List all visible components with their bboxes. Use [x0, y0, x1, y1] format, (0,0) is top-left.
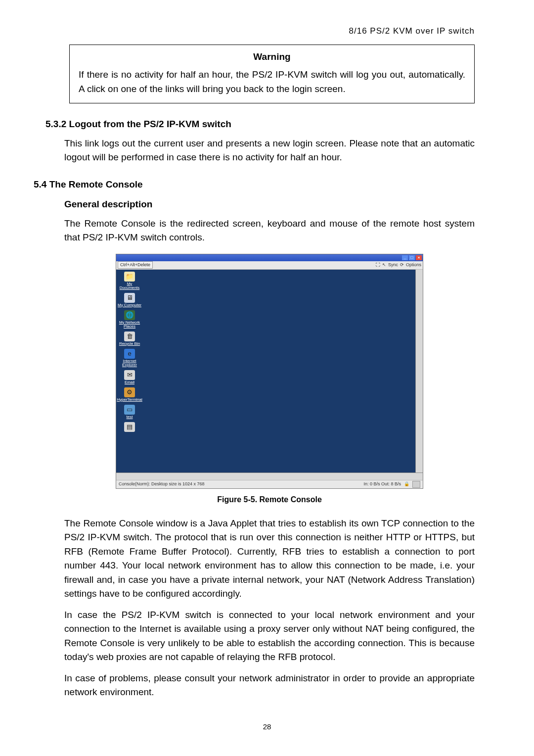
cursor-icon[interactable]: ↖ [382, 262, 386, 269]
desktop-icon-label: My Network Places [117, 321, 142, 329]
figure-caption: Figure 5-5. Remote Console [64, 494, 475, 506]
horizontal-scrollbar[interactable] [116, 472, 423, 480]
subheading-general: General description [64, 197, 475, 212]
vertical-scrollbar[interactable] [415, 270, 423, 472]
status-left: Console(Norm): Desktop size is 1024 x 76… [119, 481, 205, 488]
desktop-icon-label: Email [125, 380, 134, 384]
warning-box: Warning If there is no activity for half… [69, 45, 475, 104]
desktop-icon-label: Recycle Bin [119, 342, 140, 346]
desktop-icon[interactable]: 📁My Documents [117, 272, 142, 290]
figure-remote-console: _ □ × Ctrl+Alt+Delete ⛶ ↖ Sync ⟳ Options… [64, 254, 475, 489]
app-icon: e [124, 349, 135, 359]
minimize-icon[interactable]: _ [402, 255, 408, 260]
app-icon: 🖥 [124, 293, 135, 303]
heading-5-4: 5.4 The Remote Console [34, 178, 475, 192]
para-logout: This link logs out the current user and … [64, 137, 475, 165]
header-product: 8/16 PS/2 KVM over IP switch [59, 25, 475, 38]
desktop-icon[interactable]: 🗑Recycle Bin [117, 331, 142, 346]
desktop-icon[interactable]: eInternet Explorer [117, 349, 142, 367]
desktop-icon-label: Internet Explorer [117, 359, 142, 367]
status-bar: Console(Norm): Desktop size is 1024 x 76… [116, 480, 423, 488]
app-icon: ▤ [124, 422, 135, 432]
para-general-desc: The Remote Console is the redirected scr… [64, 217, 475, 245]
desktop-icon-label: My Computer [118, 303, 141, 307]
close-icon[interactable]: × [416, 255, 422, 260]
remote-toolbar: Ctrl+Alt+Delete ⛶ ↖ Sync ⟳ Options [116, 261, 423, 270]
desktop-icon-label: HyperTerminal [117, 398, 142, 402]
desktop-icon[interactable]: ✉Email [117, 370, 142, 384]
desktop-icon[interactable]: ⚙HyperTerminal [117, 387, 142, 402]
app-icon: ⚙ [124, 387, 135, 397]
ctrl-alt-delete-button[interactable]: Ctrl+Alt+Delete [118, 261, 153, 269]
app-icon: 📁 [124, 272, 135, 282]
para-rfb-2: In case the PS/2 IP-KVM switch is connec… [64, 608, 475, 664]
heading-5-3-2: 5.3.2 Logout from the PS/2 IP-KVM switch [45, 117, 475, 132]
options-button[interactable]: Options [406, 262, 421, 269]
warning-text: If there is no activity for half an hour… [79, 68, 465, 96]
app-icon: ✉ [124, 370, 135, 380]
refresh-icon[interactable]: ⟳ [400, 262, 404, 269]
window-titlebar: _ □ × [116, 254, 423, 261]
desktop-icon[interactable]: 🌐My Network Places [117, 310, 142, 329]
app-icon: 🌐 [124, 310, 135, 320]
remote-console-window: _ □ × Ctrl+Alt+Delete ⛶ ↖ Sync ⟳ Options… [116, 254, 423, 489]
app-icon: 🗑 [124, 331, 135, 341]
resize-grip-icon[interactable] [412, 481, 420, 488]
sync-button[interactable]: Sync [388, 262, 398, 269]
para-rfb-1: The Remote Console window is a Java Appl… [64, 517, 475, 601]
desktop-icon[interactable]: ▭test [117, 405, 142, 419]
page-number: 28 [59, 721, 475, 733]
desktop-icon-label: My Documents [117, 282, 142, 290]
desktop-icon-label: test [127, 415, 133, 419]
status-right: In: 0 B/s Out: 8 B/s [363, 481, 401, 488]
para-rfb-3: In case of problems, please consult your… [64, 671, 475, 700]
fullscreen-icon[interactable]: ⛶ [376, 262, 380, 269]
remote-desktop[interactable]: 📁My Documents🖥My Computer🌐My Network Pla… [116, 270, 415, 472]
lock-icon: 🔒 [404, 481, 409, 488]
warning-title: Warning [79, 50, 465, 64]
desktop-icon[interactable]: ▤ [117, 422, 142, 432]
desktop-icon[interactable]: 🖥My Computer [117, 293, 142, 307]
maximize-icon[interactable]: □ [409, 255, 415, 260]
app-icon: ▭ [124, 405, 135, 415]
